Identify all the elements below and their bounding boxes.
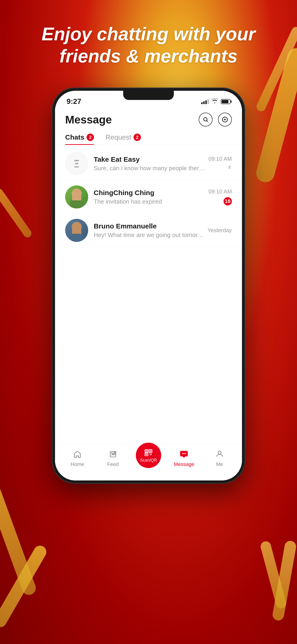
phone-frame: 9:27 [52, 88, 245, 484]
svg-rect-20 [150, 450, 151, 452]
chat-name-take-eat-easy: Take Eat Easy [94, 156, 206, 163]
status-icons [201, 98, 230, 105]
svg-rect-22 [150, 453, 150, 454]
tabs: Chats 2 Request 2 [55, 130, 242, 145]
signal-icon [201, 99, 209, 104]
chat-name-chingching: ChingChing Ching [94, 189, 206, 197]
chat-name-bruno: Bruno Emmanuelle [94, 222, 205, 230]
avatar-bruno [65, 219, 88, 242]
chat-item-chingching[interactable]: ChingChing Ching The invitation has expi… [55, 180, 242, 214]
chat-info-chingching: ChingChing Ching The invitation has expi… [94, 189, 206, 205]
tab-request-badge: 2 [134, 134, 141, 141]
chat-preview-take-eat-easy: Sure, can I know how many people there a… [94, 165, 206, 172]
svg-line-1 [207, 121, 208, 122]
svg-point-28 [218, 451, 221, 454]
message-icon [180, 450, 188, 460]
avatar-chingching [65, 186, 88, 208]
nav-label-message: Message [174, 461, 194, 467]
app-header: Message [55, 108, 242, 130]
nav-item-feed[interactable]: Feed [95, 450, 130, 467]
svg-rect-24 [150, 454, 152, 455]
nav-label-scan: Scan/QR [140, 458, 157, 463]
avatar-take-eat-easy: takeeateasy [65, 152, 88, 175]
chat-meta-bruno: Yesterday [208, 227, 232, 234]
chat-list-container: takeeateasy Take Eat Easy Sure, can I kn… [55, 147, 242, 477]
chat-meta-chingching: 09:10 AM 18 [208, 188, 232, 206]
wifi-icon [212, 98, 218, 105]
header-actions [199, 113, 232, 126]
app-content: Message [55, 108, 242, 477]
hero-line2: friends & merchants [18, 45, 278, 67]
feed-icon [109, 450, 117, 460]
nav-item-home[interactable]: Home [60, 450, 95, 467]
nav-label-feed: Feed [107, 461, 119, 467]
svg-rect-19 [146, 450, 147, 452]
nav-item-me[interactable]: Me [202, 450, 237, 467]
phone-notch [123, 91, 174, 100]
svg-point-26 [184, 453, 185, 454]
battery-icon [221, 99, 230, 104]
tab-request[interactable]: Request 2 [106, 130, 141, 144]
hero-text: Enjoy chatting with your friends & merch… [0, 23, 297, 67]
svg-point-25 [182, 453, 183, 454]
hero-line1: Enjoy chatting with your [18, 23, 278, 45]
svg-rect-23 [151, 453, 152, 454]
me-icon [216, 450, 223, 460]
nav-item-scan[interactable]: Scan/QR [131, 450, 166, 468]
svg-rect-10 [72, 229, 81, 234]
chat-time-take-eat-easy: 09:10 AM [208, 156, 232, 162]
svg-rect-21 [146, 454, 147, 455]
scan-icon [144, 448, 153, 458]
svg-point-13 [114, 452, 115, 454]
tab-chats-badge: 2 [86, 134, 94, 141]
chat-item-take-eat-easy[interactable]: takeeateasy Take Eat Easy Sure, can I kn… [55, 147, 242, 180]
search-button[interactable] [199, 113, 212, 126]
svg-point-0 [204, 118, 207, 121]
tab-request-label: Request [106, 133, 131, 141]
svg-point-27 [185, 453, 186, 454]
chat-preview-chingching: The invitation has expired [94, 198, 206, 205]
pin-icon [227, 164, 232, 171]
chat-meta-take-eat-easy: 09:10 AM [208, 156, 232, 171]
nav-item-message[interactable]: Message [166, 450, 202, 467]
chat-preview-bruno: Hey! What time are we going out tomorrow… [94, 232, 205, 238]
chat-time-chingching: 09:10 AM [208, 188, 232, 195]
unread-badge-chingching: 18 [224, 197, 232, 206]
chat-list: takeeateasy Take Eat Easy Sure, can I kn… [55, 147, 242, 247]
nav-label-home: Home [71, 461, 84, 467]
tab-chats[interactable]: Chats 2 [65, 130, 94, 144]
avatar-logo-text: takeeateasy [74, 158, 80, 169]
status-time: 9:27 [66, 97, 81, 106]
chat-time-bruno: Yesterday [208, 227, 232, 234]
bottom-navigation: Home Feed [55, 444, 242, 477]
nav-label-me: Me [216, 461, 223, 467]
scan-qr-button[interactable]: Scan/QR [136, 443, 161, 468]
chat-item-bruno[interactable]: Bruno Emmanuelle Hey! What time are we g… [55, 214, 242, 247]
chat-info-take-eat-easy: Take Eat Easy Sure, can I know how many … [94, 156, 206, 172]
tab-chats-label: Chats [65, 133, 84, 141]
add-button[interactable] [218, 113, 232, 126]
phone-screen: 9:27 [55, 91, 242, 480]
home-icon [74, 450, 81, 460]
page-title: Message [65, 113, 112, 126]
chat-info-bruno: Bruno Emmanuelle Hey! What time are we g… [94, 222, 205, 238]
svg-point-12 [112, 452, 112, 454]
svg-rect-7 [72, 196, 81, 200]
